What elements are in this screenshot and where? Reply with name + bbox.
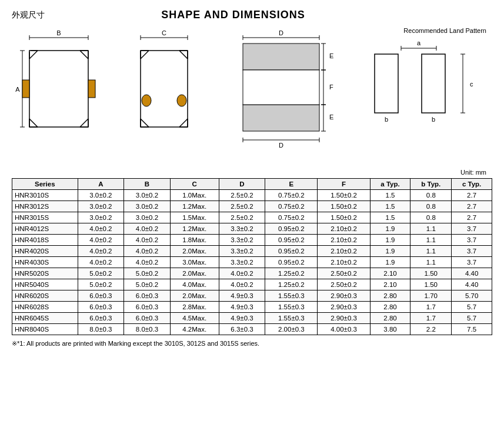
- table-cell: 2.10±0.2: [318, 223, 370, 235]
- table-cell: HNR6028S: [12, 302, 78, 313]
- table-cell: HNR3012S: [12, 201, 78, 212]
- table-row: HNR6020S6.0±0.36.0±0.32.0Max.4.9±0.31.55…: [12, 290, 492, 302]
- table-cell: 7.5: [452, 324, 492, 335]
- table-cell: 5.0±0.2: [78, 279, 124, 290]
- svg-rect-28: [141, 51, 188, 127]
- svg-text:E: E: [329, 52, 333, 59]
- svg-rect-51: [243, 44, 319, 70]
- table-cell: 1.1: [410, 223, 452, 235]
- col-d: D: [219, 179, 265, 190]
- table-cell: 2.8Max.: [170, 302, 219, 313]
- table-cell: HNR4012S: [12, 223, 78, 235]
- table-cell: 1.1: [410, 257, 452, 268]
- table-cell: 1.9: [370, 257, 410, 268]
- table-cell: 8.0±0.3: [124, 324, 171, 335]
- table-cell: 3.3±0.2: [219, 257, 265, 268]
- table-cell: 5.0±0.2: [124, 279, 171, 290]
- svg-text:D: D: [279, 142, 283, 149]
- svg-rect-53: [243, 70, 319, 105]
- table-cell: 1.8Max.: [170, 235, 219, 246]
- table-cell: 3.7: [452, 246, 492, 257]
- table-cell: 5.0±0.2: [124, 268, 171, 279]
- table-cell: 2.10±0.2: [318, 257, 370, 268]
- table-cell: 4.0Max.: [170, 279, 219, 290]
- table-cell: 1.5Max.: [170, 212, 219, 223]
- table-cell: 0.95±0.2: [265, 223, 318, 235]
- dimensions-table: Series A B C D E F a Typ. b Typ. c Typ. …: [12, 178, 492, 335]
- col-f: F: [318, 179, 370, 190]
- table-cell: 6.0±0.3: [124, 302, 171, 313]
- col-atyp: a Typ.: [370, 179, 410, 190]
- table-cell: 6.0±0.3: [124, 313, 171, 324]
- table-cell: 1.0Max.: [170, 190, 219, 201]
- footnote: ※*1: All products are printed with Marki…: [12, 340, 492, 348]
- table-row: HNR3010S3.0±0.23.0±0.21.0Max.2.5±0.20.75…: [12, 190, 492, 201]
- table-cell: 1.9: [370, 246, 410, 257]
- table-cell: 2.90±0.3: [318, 302, 370, 313]
- table-cell: 5.7: [452, 313, 492, 324]
- table-cell: 4.0±0.2: [124, 246, 171, 257]
- svg-line-40: [179, 119, 188, 127]
- land-pattern-section: Recommended Land Pattern a b c b: [363, 27, 492, 160]
- table-cell: 2.5±0.2: [219, 190, 265, 201]
- chinese-title: 外观尺寸: [12, 10, 45, 21]
- svg-text:c: c: [470, 81, 473, 88]
- table-cell: 5.70: [452, 290, 492, 302]
- table-cell: 1.1: [410, 235, 452, 246]
- svg-line-34: [179, 51, 188, 59]
- table-cell: 1.9: [370, 235, 410, 246]
- table-cell: 0.8: [410, 201, 452, 212]
- col-c: C: [170, 179, 219, 190]
- table-cell: 2.50±0.2: [318, 279, 370, 290]
- table-cell: 0.75±0.2: [265, 190, 318, 201]
- table-cell: HNR3015S: [12, 212, 78, 223]
- table-cell: 4.9±0.3: [219, 313, 265, 324]
- table-cell: 3.0Max.: [170, 257, 219, 268]
- svg-line-31: [141, 51, 149, 59]
- table-cell: 3.3±0.2: [219, 223, 265, 235]
- table-cell: 1.1: [410, 246, 452, 257]
- table-cell: 6.0±0.3: [124, 290, 171, 302]
- table-cell: 6.3±0.3: [219, 324, 265, 335]
- table-cell: 8.0±0.3: [78, 324, 124, 335]
- table-cell: 3.7: [452, 257, 492, 268]
- table-cell: 4.9±0.3: [219, 302, 265, 313]
- svg-text:b: b: [432, 116, 435, 123]
- table-cell: 3.3±0.2: [219, 235, 265, 246]
- svg-text:b: b: [385, 116, 388, 123]
- svg-text:B: B: [56, 29, 61, 36]
- svg-line-37: [141, 119, 149, 127]
- table-row: HNR8040S8.0±0.38.0±0.34.2Max.6.3±0.32.00…: [12, 324, 492, 335]
- unit-label: Unit: mm: [12, 169, 492, 176]
- svg-rect-76: [422, 54, 445, 113]
- svg-text:A: A: [15, 86, 20, 93]
- table-cell: HNR5040S: [12, 279, 78, 290]
- table-cell: 3.0±0.2: [124, 190, 171, 201]
- table-cell: 2.50±0.2: [318, 268, 370, 279]
- table-cell: HNR5020S: [12, 268, 78, 279]
- table-cell: 0.95±0.2: [265, 257, 318, 268]
- table-cell: 4.0±0.2: [219, 268, 265, 279]
- table-cell: 2.2: [410, 324, 452, 335]
- table-cell: 1.70: [410, 290, 452, 302]
- table-cell: 2.7: [452, 190, 492, 201]
- table-cell: 4.0±0.2: [78, 223, 124, 235]
- table-cell: 3.7: [452, 223, 492, 235]
- table-cell: 2.80: [370, 302, 410, 313]
- table-cell: 1.50±0.2: [318, 212, 370, 223]
- table-cell: 2.80: [370, 313, 410, 324]
- svg-rect-22: [22, 80, 29, 98]
- table-cell: 2.7: [452, 212, 492, 223]
- table-row: HNR4020S4.0±0.24.0±0.22.0Max.3.3±0.20.95…: [12, 246, 492, 257]
- svg-rect-52: [243, 105, 319, 131]
- table-cell: 6.0±0.3: [78, 313, 124, 324]
- table-cell: 6.0±0.3: [78, 302, 124, 313]
- table-cell: 3.7: [452, 235, 492, 246]
- table-cell: 4.0±0.2: [78, 246, 124, 257]
- table-cell: 2.00±0.3: [265, 324, 318, 335]
- table-cell: 0.75±0.2: [265, 201, 318, 212]
- table-cell: 4.0±0.2: [124, 223, 171, 235]
- table-cell: 5.7: [452, 302, 492, 313]
- table-cell: 4.2Max.: [170, 324, 219, 335]
- table-cell: 2.5±0.2: [219, 201, 265, 212]
